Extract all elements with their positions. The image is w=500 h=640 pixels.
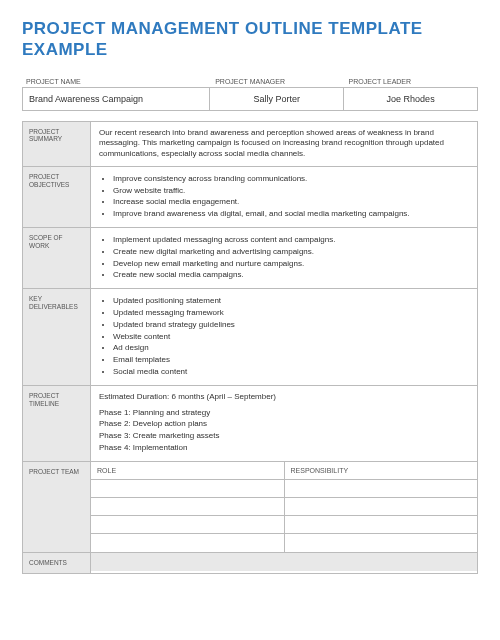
team-row (91, 480, 477, 498)
team-resp (284, 498, 478, 515)
deliverables-list: Updated positioning statement Updated me… (99, 296, 469, 378)
team-header-role: ROLE (91, 462, 284, 479)
timeline-phase: Phase 3: Create marketing assets (99, 431, 469, 442)
list-item: Grow website traffic. (113, 186, 469, 197)
team-role (91, 498, 284, 515)
content-summary: Our recent research into brand awareness… (91, 122, 477, 166)
list-item: Create new social media campaigns. (113, 270, 469, 281)
team-resp (284, 534, 478, 552)
label-summary: PROJECT SUMMARY (23, 122, 91, 166)
row-timeline: PROJECT TIMELINE Estimated Duration: 6 m… (23, 385, 477, 461)
label-comments: COMMENTS (23, 553, 91, 573)
row-comments: COMMENTS (23, 552, 477, 573)
row-objectives: PROJECT OBJECTIVES Improve consistency a… (23, 166, 477, 227)
team-header-responsibility: RESPONSIBILITY (284, 462, 478, 479)
team-role (91, 534, 284, 552)
content-scope: Implement updated messaging across conte… (91, 228, 477, 288)
list-item: Improve consistency across branding comm… (113, 174, 469, 185)
outline-table: PROJECT SUMMARY Our recent research into… (22, 121, 478, 574)
project-meta: PROJECT NAME PROJECT MANAGER PROJECT LEA… (22, 75, 478, 111)
label-scope: SCOPE OF WORK (23, 228, 91, 288)
value-project-manager: Sally Porter (209, 88, 343, 110)
content-deliverables: Updated positioning statement Updated me… (91, 289, 477, 385)
team-role (91, 480, 284, 497)
label-deliverables: KEY DELIVERABLES (23, 289, 91, 385)
list-item: Updated brand strategy guidelines (113, 320, 469, 331)
value-project-name: Brand Awareness Campaign (23, 88, 209, 110)
document-title: PROJECT MANAGEMENT OUTLINE TEMPLATE EXAM… (22, 18, 478, 61)
document-page: PROJECT MANAGEMENT OUTLINE TEMPLATE EXAM… (0, 0, 500, 592)
team-resp (284, 516, 478, 533)
row-summary: PROJECT SUMMARY Our recent research into… (23, 122, 477, 166)
value-project-leader: Joe Rhodes (343, 88, 477, 110)
list-item: Social media content (113, 367, 469, 378)
list-item: Improve brand awareness via digital, ema… (113, 209, 469, 220)
content-comments (91, 553, 477, 571)
list-item: Increase social media engagement. (113, 197, 469, 208)
timeline-phase: Phase 1: Planning and strategy (99, 408, 469, 419)
label-timeline: PROJECT TIMELINE (23, 386, 91, 461)
team-header: ROLE RESPONSIBILITY (91, 462, 477, 480)
list-item: Develop new email marketing and nurture … (113, 259, 469, 270)
row-deliverables: KEY DELIVERABLES Updated positioning sta… (23, 288, 477, 385)
list-item: Website content (113, 332, 469, 343)
label-project-manager: PROJECT MANAGER (211, 75, 344, 87)
team-block: ROLE RESPONSIBILITY (91, 462, 477, 552)
timeline-phase: Phase 2: Develop action plans (99, 419, 469, 430)
row-team: PROJECT TEAM ROLE RESPONSIBILITY (23, 461, 477, 552)
team-row (91, 498, 477, 516)
team-row (91, 534, 477, 552)
label-team: PROJECT TEAM (23, 462, 91, 552)
label-project-name: PROJECT NAME (22, 75, 211, 87)
objectives-list: Improve consistency across branding comm… (99, 174, 469, 220)
label-project-leader: PROJECT LEADER (345, 75, 478, 87)
content-objectives: Improve consistency across branding comm… (91, 167, 477, 227)
list-item: Email templates (113, 355, 469, 366)
timeline-phase: Phase 4: Implementation (99, 443, 469, 454)
team-resp (284, 480, 478, 497)
scope-list: Implement updated messaging across conte… (99, 235, 469, 281)
row-scope: SCOPE OF WORK Implement updated messagin… (23, 227, 477, 288)
timeline-duration: Estimated Duration: 6 months (April – Se… (99, 392, 469, 403)
team-role (91, 516, 284, 533)
team-row (91, 516, 477, 534)
list-item: Create new digital marketing and adverti… (113, 247, 469, 258)
list-item: Updated positioning statement (113, 296, 469, 307)
content-timeline: Estimated Duration: 6 months (April – Se… (91, 386, 477, 461)
list-item: Ad design (113, 343, 469, 354)
label-objectives: PROJECT OBJECTIVES (23, 167, 91, 227)
list-item: Implement updated messaging across conte… (113, 235, 469, 246)
list-item: Updated messaging framework (113, 308, 469, 319)
